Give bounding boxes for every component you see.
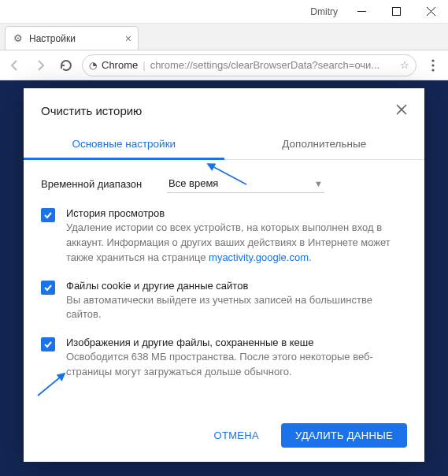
close-icon [396,104,407,115]
dialog-close-button[interactable] [396,102,407,119]
clear-data-button[interactable]: УДАЛИТЬ ДАННЫЕ [281,423,407,448]
menu-button[interactable] [424,57,442,74]
tab-title: Настройки [29,33,76,44]
tab-advanced[interactable]: Дополнительные [224,128,425,159]
time-range-select[interactable]: Все время ▼ [167,174,324,193]
svg-point-4 [431,59,434,61]
dialog-tabs: Основные настройки Дополнительные [24,128,424,160]
bookmark-icon[interactable]: ☆ [400,59,409,71]
option-description: Освободится 638 МБ пространства. После э… [66,350,407,380]
window-titlebar: Dmitry [0,0,448,24]
close-icon [427,7,435,16]
reload-button[interactable] [57,57,74,74]
window-minimize-button[interactable] [344,0,379,24]
url-path: chrome://settings/clearBrowserData?searc… [150,59,380,71]
check-icon [43,340,53,349]
arrow-right-icon [33,58,47,73]
option-description: Удаление истории со всех устройств, на к… [66,221,407,266]
site-info-icon[interactable]: ◔ [89,60,97,71]
time-range-label: Временной диапазон [41,178,167,190]
gear-icon: ⚙ [13,32,23,44]
option-title: Файлы cookie и другие данные сайтов [66,280,407,292]
address-bar[interactable]: ◔ Chrome | chrome://settings/clearBrowse… [82,54,417,76]
option-browsing-history: История просмотров Удаление истории со в… [41,207,407,266]
option-title: История просмотров [66,207,407,219]
dots-vertical-icon [431,59,435,72]
myactivity-link[interactable]: myactivity.google.com [209,251,309,263]
checkbox-cached-images[interactable] [41,337,55,351]
minimize-icon [357,7,366,16]
maximize-icon [392,7,401,16]
svg-point-5 [431,64,434,66]
clear-data-dialog: Очистить историю Основные настройки Допо… [24,88,424,462]
option-title: Изображения и другие файлы, сохраненные … [66,337,407,348]
check-icon [43,283,53,292]
time-range-value: Все время [168,177,314,189]
option-cookies: Файлы cookie и другие данные сайтов Вы а… [41,280,407,323]
reload-icon [59,58,72,72]
browser-tab[interactable]: ⚙ Настройки × [5,26,139,50]
svg-point-6 [431,69,434,71]
check-icon [43,210,53,220]
dialog-title: Очистить историю [41,104,396,117]
back-button[interactable] [6,57,24,74]
svg-rect-1 [392,8,400,16]
window-maximize-button[interactable] [379,0,413,24]
forward-button[interactable] [31,57,49,74]
window-user: Dmitry [0,6,344,17]
checkbox-browsing-history[interactable] [41,208,55,222]
cancel-button[interactable]: ОТМЕНА [200,423,273,448]
arrow-left-icon [8,58,22,73]
chevron-down-icon: ▼ [314,179,323,188]
option-description: Вы автоматически выйдете из учетных запи… [66,293,407,323]
tab-strip: ⚙ Настройки × [0,24,448,50]
url-origin: Chrome [102,59,138,71]
tab-basic[interactable]: Основные настройки [24,128,224,159]
page-content: Очистить историю Основные настройки Допо… [0,80,448,476]
window-close-button[interactable] [413,0,448,24]
checkbox-cookies[interactable] [41,281,55,295]
option-cached-images: Изображения и другие файлы, сохраненные … [41,337,407,380]
toolbar: ◔ Chrome | chrome://settings/clearBrowse… [0,50,448,80]
tab-close-icon[interactable]: × [125,32,131,45]
